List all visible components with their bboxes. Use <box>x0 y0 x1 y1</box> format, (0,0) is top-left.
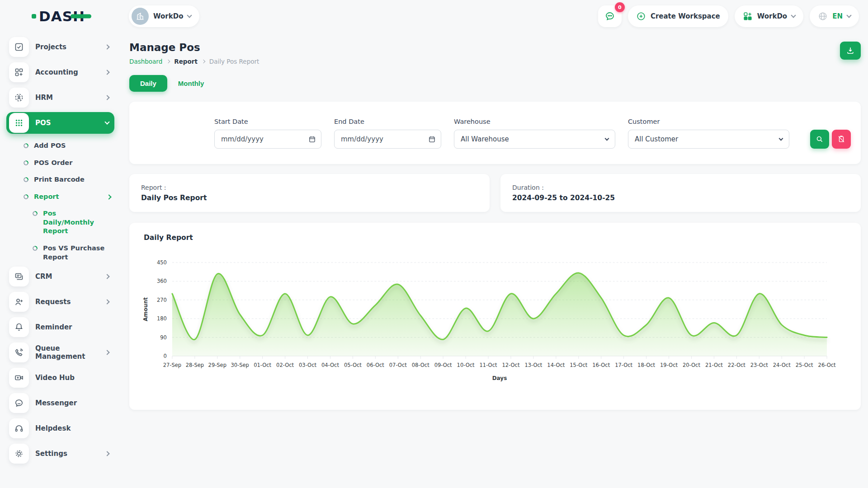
report-label: Report : <box>141 184 478 191</box>
plus-circle-icon <box>636 11 646 21</box>
chevron-right-icon <box>106 194 111 199</box>
accounting-icon <box>9 62 29 82</box>
chevron-down-icon <box>187 13 192 18</box>
sidebar-item-requests[interactable]: Requests <box>6 291 114 313</box>
customer-select[interactable]: All Customer <box>628 130 789 149</box>
messages-button[interactable]: 0 <box>598 5 622 27</box>
create-workspace-button[interactable]: Create Workspace <box>628 5 728 27</box>
workspace-menu[interactable]: WorkDo <box>735 5 803 27</box>
svg-text:450: 450 <box>157 259 167 266</box>
sidebar-item-settings[interactable]: Settings <box>6 443 114 465</box>
tab-monthly[interactable]: Monthly <box>175 75 207 92</box>
duration-label: Duration : <box>512 184 849 191</box>
svg-text:29-Sep: 29-Sep <box>208 362 226 368</box>
logo-bar-icon <box>71 14 91 19</box>
chevron-down-icon <box>605 136 609 141</box>
sidebar: Projects Accounting HRM POS Add POS POS … <box>0 33 120 488</box>
chevron-right-icon <box>104 44 109 49</box>
end-date-input[interactable] <box>334 130 441 149</box>
app-logo[interactable]: DASH <box>32 9 85 23</box>
workspace-name: WorkDo <box>153 12 183 20</box>
sidebar-item-queue-management[interactable]: Queue Management <box>6 342 114 363</box>
workspace-avatar <box>132 8 149 25</box>
chevron-right-icon <box>104 451 109 456</box>
tab-daily[interactable]: Daily <box>129 75 167 92</box>
sidebar-item-add-pos[interactable]: Add POS <box>6 137 114 155</box>
breadcrumb-report[interactable]: Report <box>174 58 198 65</box>
warehouse-label: Warehouse <box>454 118 615 125</box>
svg-text:25-Oct: 25-Oct <box>796 362 813 368</box>
sidebar-item-pos-daily-monthly-report[interactable]: Pos Daily/Monthly Report <box>6 205 110 240</box>
svg-text:18-Oct: 18-Oct <box>637 362 655 368</box>
svg-text:06-Oct: 06-Oct <box>367 362 384 368</box>
sidebar-item-report[interactable]: Report <box>6 188 114 206</box>
sidebar-item-crm[interactable]: CRM <box>6 266 114 287</box>
svg-text:26-Oct: 26-Oct <box>818 362 836 368</box>
main-content: Manage Pos Dashboard Report Daily Pos Re… <box>120 33 868 410</box>
chevron-right-icon <box>104 95 109 100</box>
svg-text:08-Oct: 08-Oct <box>412 362 429 368</box>
svg-text:23-Oct: 23-Oct <box>750 362 768 368</box>
bullet-icon <box>33 211 38 216</box>
report-value: Daily Pos Report <box>141 194 478 202</box>
search-icon <box>816 135 824 143</box>
bullet-icon <box>24 177 28 182</box>
svg-text:Days: Days <box>492 375 507 381</box>
warehouse-select[interactable]: All Warehouse <box>454 130 615 149</box>
sidebar-item-pos[interactable]: POS <box>6 112 114 134</box>
apply-filter-button[interactable] <box>810 130 829 149</box>
video-camera-icon <box>9 368 29 388</box>
svg-text:01-Oct: 01-Oct <box>254 362 271 368</box>
customer-label: Customer <box>628 118 789 125</box>
sidebar-item-print-barcode[interactable]: Print Barcode <box>6 171 114 188</box>
svg-text:21-Oct: 21-Oct <box>705 362 723 368</box>
svg-text:90: 90 <box>160 334 167 341</box>
sidebar-item-hrm[interactable]: HRM <box>6 87 114 108</box>
sidebar-item-projects[interactable]: Projects <box>6 36 114 58</box>
sidebar-item-reminder[interactable]: Reminder <box>6 316 114 338</box>
duration-summary-card: Duration : 2024-09-25 to 2024-10-25 <box>500 174 861 212</box>
filter-panel: Start Date End Date Warehouse All Wareho… <box>129 102 861 164</box>
language-selector[interactable]: EN <box>810 5 859 27</box>
chevron-down-icon <box>104 119 109 124</box>
sidebar-item-accounting[interactable]: Accounting <box>6 61 114 83</box>
sidebar-item-helpdesk[interactable]: Helpdesk <box>6 418 114 439</box>
svg-text:10-Oct: 10-Oct <box>457 362 475 368</box>
page-title: Manage Pos <box>129 42 259 53</box>
svg-text:270: 270 <box>157 297 167 303</box>
sidebar-item-video-hub[interactable]: Video Hub <box>6 367 114 389</box>
reset-filter-icon <box>837 135 845 143</box>
download-report-button[interactable] <box>840 42 861 60</box>
chevron-down-icon <box>846 13 851 18</box>
svg-text:17-Oct: 17-Oct <box>615 362 632 368</box>
bullet-icon <box>24 160 28 165</box>
sidebar-item-pos-vs-purchase-report[interactable]: Pos VS Purchase Report <box>6 240 110 266</box>
chevron-down-icon <box>791 13 796 18</box>
start-date-input[interactable] <box>214 130 321 149</box>
svg-text:360: 360 <box>157 278 167 284</box>
bullet-icon <box>24 194 28 199</box>
gear-icon <box>9 444 29 464</box>
breadcrumb-dashboard[interactable]: Dashboard <box>129 58 162 65</box>
bullet-icon <box>33 246 38 251</box>
svg-text:11-Oct: 11-Oct <box>480 362 497 368</box>
end-date-label: End Date <box>334 118 441 125</box>
workspace-switcher[interactable]: WorkDo <box>129 5 199 27</box>
chevron-right-icon <box>104 274 109 279</box>
notification-badge: 0 <box>615 2 625 12</box>
download-icon <box>846 46 855 55</box>
svg-text:05-Oct: 05-Oct <box>344 362 362 368</box>
svg-text:19-Oct: 19-Oct <box>660 362 678 368</box>
chat-icon <box>9 393 29 413</box>
svg-text:14-Oct: 14-Oct <box>547 362 565 368</box>
reset-filter-button[interactable] <box>832 130 851 149</box>
svg-text:04-Oct: 04-Oct <box>321 362 339 368</box>
logo-dot-icon <box>32 14 36 19</box>
hrm-icon <box>9 88 29 108</box>
create-workspace-label: Create Workspace <box>651 12 720 20</box>
svg-text:09-Oct: 09-Oct <box>434 362 452 368</box>
sidebar-item-messenger[interactable]: Messenger <box>6 392 114 414</box>
globe-icon <box>818 11 828 21</box>
building-icon <box>136 12 145 21</box>
sidebar-item-pos-order[interactable]: POS Order <box>6 155 114 172</box>
